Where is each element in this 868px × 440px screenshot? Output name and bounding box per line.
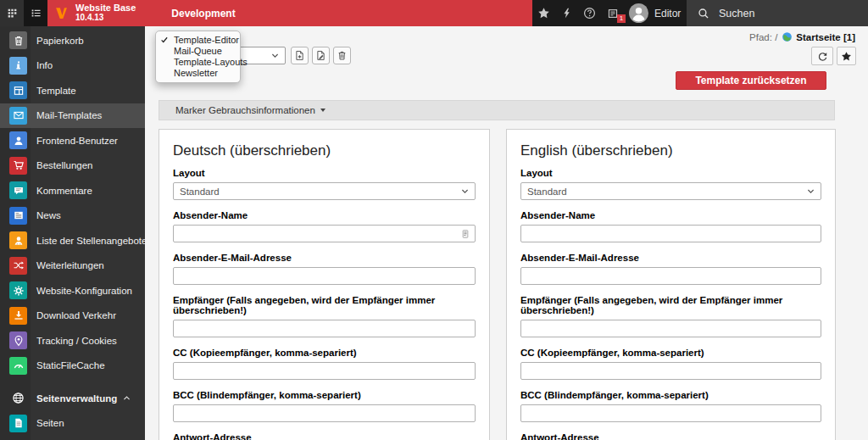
topbar-icon-group: 1 Editor: [532, 0, 687, 26]
new-record-button[interactable]: [291, 47, 309, 64]
menu-item-template-layouts[interactable]: Template-Layouts: [156, 57, 240, 68]
sidebar-item-mail-templates[interactable]: Mail-Templates: [0, 103, 145, 129]
modules-grid-icon: [7, 8, 18, 19]
sidebar-item-label: Weiterleitungen: [36, 260, 104, 270]
field-label-antwort-adresse: Antwort-Adresse: [520, 432, 821, 440]
system-information-button[interactable]: 1: [601, 8, 624, 19]
marker-info-label: Marker Gebrauchsinformationen: [175, 105, 315, 115]
field-label-antwort-adresse: Antwort-Adresse: [173, 432, 476, 440]
template-icon: [9, 81, 27, 99]
field-input-empfänger[interactable]: [174, 321, 475, 337]
info-icon: [9, 57, 27, 75]
sidebar-item-seiten[interactable]: Seiten: [0, 411, 145, 437]
delete-record-button[interactable]: [333, 47, 351, 64]
sidebar-item-label: Template: [36, 86, 76, 96]
sidebar-item-label: Frontend-Benutzer: [36, 136, 118, 146]
pagetree-toggle-icon: [31, 8, 42, 19]
sidebar-item-papierkorb[interactable]: Papierkorb: [0, 28, 145, 53]
new-record-icon: [294, 50, 305, 61]
input-wrap: [173, 362, 476, 380]
menu-item-template-editor[interactable]: Template-Editor: [156, 35, 240, 46]
menu-item-mail-queue[interactable]: Mail-Queue: [156, 46, 240, 57]
input-wrap: [520, 404, 821, 422]
sidebar-item-staticfilecache[interactable]: StaticFileCache: [0, 354, 145, 379]
sidebar-item-kommentare[interactable]: Kommentare: [0, 178, 145, 203]
map-pin-icon: [9, 331, 27, 349]
layout-select[interactable]: Standard: [173, 182, 476, 200]
pagetree-toggle-button[interactable]: [24, 0, 47, 26]
sidebar-section-seitenverwaltung[interactable]: Seitenverwaltung: [0, 386, 145, 411]
field-label-absender-e-mail-adresse: Absender-E-Mail-Adresse: [520, 253, 821, 263]
sidebar-item-frontend-benutzer[interactable]: Frontend-Benutzer: [0, 128, 145, 153]
sidebar-item-label: Papierkorb: [36, 36, 84, 46]
field-label-absender-name: Absender-Name: [173, 210, 476, 220]
site-globe-icon: [782, 31, 793, 42]
sidebar-item-label: Seiten: [36, 418, 64, 428]
sidebar-item-news[interactable]: News: [0, 203, 145, 229]
field-input-absender-name[interactable]: [174, 226, 475, 242]
layout-select[interactable]: Standard: [520, 182, 821, 200]
search-input[interactable]: [717, 7, 836, 20]
sidebar-section-label: Seitenverwaltung: [36, 393, 117, 404]
field-input-cc[interactable]: [521, 364, 821, 380]
bookmarks-button[interactable]: [532, 7, 555, 19]
delete-record-icon: [337, 50, 348, 61]
field-label-empfänger: Empfänger (Falls angegeben, wird der Emp…: [173, 295, 476, 315]
function-select-menu: Template-EditorMail-QueueTemplate-Layout…: [155, 31, 241, 83]
field-label-cc: CC (Kopieempfänger, komma-separiert): [520, 348, 821, 358]
menu-item-label: Template-Layouts: [174, 57, 248, 67]
sidebar-item-info[interactable]: Info: [0, 53, 145, 79]
sidebar-item-label: Liste der Stellenangebote: [36, 236, 145, 246]
field-input-empfänger[interactable]: [521, 321, 821, 337]
global-search: [687, 0, 868, 26]
menu-item-newsletter[interactable]: Newsletter: [156, 68, 240, 79]
edit-record-icon: [315, 50, 326, 61]
input-wrap: [173, 267, 476, 285]
refresh-icon: [817, 51, 828, 62]
sidebar-item-label: StaticFileCache: [36, 360, 105, 370]
star-icon: [537, 7, 550, 19]
edit-record-button[interactable]: [312, 47, 330, 64]
field-label-absender-name: Absender-Name: [520, 210, 821, 220]
field-input-absender-e-mail-adresse[interactable]: [521, 269, 821, 285]
layout-select-value: Standard: [180, 187, 220, 197]
avatar: [629, 3, 648, 23]
form-column-en: English (überschrieben)LayoutStandardAbs…: [506, 129, 836, 440]
field-input-bcc[interactable]: [174, 406, 475, 422]
field-input-absender-name[interactable]: [521, 226, 821, 242]
sidebar-item-label: News: [36, 210, 61, 220]
brand-area: Website Base 10.4.13 Development: [47, 0, 532, 26]
check-icon: [160, 36, 169, 44]
breadcrumb-page-link[interactable]: Startseite [1]: [796, 32, 855, 42]
sidebar-item-weiterleitungen[interactable]: Weiterleitungen: [0, 253, 145, 279]
path-prefix-label: Pfad: /: [749, 32, 777, 42]
typo3-logo-icon: [54, 6, 69, 20]
user-menu-button[interactable]: Editor: [629, 3, 681, 23]
page-icon: [9, 415, 27, 432]
sidebar-item-download-verkehr[interactable]: Download Verkehr: [0, 304, 145, 329]
sidebar-item-website-konfiguration[interactable]: Website-Konfiguration: [0, 278, 145, 304]
clear-cache-button[interactable]: [555, 8, 578, 19]
marker-info-toggle[interactable]: Marker Gebrauchsinformationen: [159, 100, 835, 120]
search-icon: [698, 8, 709, 19]
chevron-down-icon: [460, 187, 470, 196]
field-input-bcc[interactable]: [521, 406, 821, 422]
module-sidebar: PapierkorbInfoTemplateMail-TemplatesFron…: [0, 26, 145, 440]
modules-menu-button[interactable]: [0, 0, 24, 26]
input-wrap: [173, 404, 476, 422]
field-input-cc[interactable]: [174, 364, 475, 380]
reset-template-button[interactable]: Template zurücksetzen: [676, 71, 826, 90]
sidebar-item-tracking-cookies[interactable]: Tracking / Cookies: [0, 328, 145, 354]
help-button[interactable]: [578, 7, 601, 19]
menu-item-label: Newsletter: [174, 68, 218, 78]
sidebar-item-template[interactable]: Template: [0, 78, 145, 103]
bookmark-button[interactable]: [837, 47, 856, 65]
field-label-layout: Layout: [173, 168, 476, 178]
refresh-button[interactable]: [811, 47, 833, 65]
sidebar-item-bestellungen[interactable]: Bestellungen: [0, 153, 145, 179]
field-label-absender-e-mail-adresse: Absender-E-Mail-Adresse: [173, 253, 476, 263]
sidebar-item-liste-der-stellenangebote[interactable]: Liste der Stellenangebote: [0, 228, 145, 253]
download-icon: [9, 307, 27, 325]
field-input-absender-e-mail-adresse[interactable]: [174, 269, 475, 285]
layout-select-value: Standard: [527, 187, 567, 197]
